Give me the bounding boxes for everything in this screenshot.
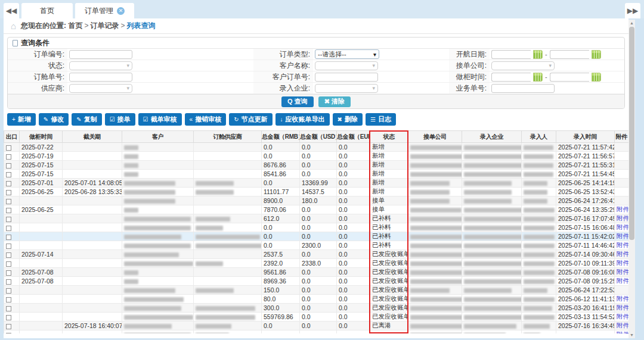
attachment-link[interactable]: 附件 [617, 295, 628, 302]
table-row[interactable]: 2025-06-257870.060.00.0接单2025-06-24 13:3… [4, 205, 629, 214]
row-checkbox[interactable] [6, 279, 11, 285]
row-checkbox[interactable] [6, 190, 11, 195]
attachment-link[interactable]: 附件 [617, 277, 628, 284]
sail-date-to-input[interactable] [550, 50, 589, 59]
breadcrumb-home[interactable]: 首页 [68, 21, 82, 30]
node-update-button[interactable]: ↻节点更新 [229, 113, 272, 126]
scrollbar-thumb[interactable] [629, 27, 634, 240]
log-button[interactable]: ☰日志 [366, 113, 396, 126]
table-row[interactable]: 2025-07-220.00.00.0新增2025-07-21 11:57:42 [4, 143, 629, 152]
collapse-right-button[interactable]: ▶▶ [625, 3, 640, 18]
attachment-link[interactable]: 附件 [617, 214, 628, 222]
table-row[interactable]: 8900.0180.00.0接单2025-06-24 17:26:41 [4, 196, 629, 205]
table-row[interactable]: 300.00.00.0已发应收账单2025-03-20 16:41:19附件 [4, 304, 629, 313]
row-checkbox[interactable] [6, 199, 11, 204]
row-checkbox[interactable] [6, 261, 11, 267]
attachment-link[interactable]: 附件 [617, 313, 628, 320]
table-row[interactable]: 2025-07-190.00.00.0新增2025-07-21 11:56:57 [4, 152, 629, 161]
row-checkbox[interactable] [6, 181, 11, 186]
table-row[interactable]: 2025-07-158541.860.00.0新增2025-07-21 11:5… [4, 170, 629, 179]
table-row[interactable]: 2025-07-089561.860.00.0已发应收账单2025-07-08 … [4, 268, 629, 277]
row-checkbox[interactable] [6, 306, 11, 311]
table-row[interactable]: 0.02300.00.0已补料2025-07-11 14:46:42附件 [4, 241, 629, 250]
row-checkbox[interactable] [6, 324, 11, 329]
attachment-link[interactable]: 附件 [617, 322, 628, 329]
row-checkbox[interactable] [6, 315, 11, 320]
row-checkbox[interactable] [6, 235, 11, 240]
attachment-link[interactable]: 附件 [617, 304, 628, 311]
calendar-icon[interactable] [533, 73, 543, 82]
table-row[interactable]: 2025-07-158676.860.00.0新增2025-07-21 11:5… [4, 161, 629, 170]
row-checkbox[interactable] [6, 163, 11, 169]
table-row[interactable]: 0.00.00.0已补料2025-07-15 16:06:48附件 [4, 223, 629, 232]
supplier-select[interactable]: ▾ [69, 84, 132, 93]
vertical-scrollbar[interactable]: ▲ ▼ [628, 20, 635, 338]
entry-enterprise-select[interactable]: ▾ [315, 84, 378, 93]
row-checkbox[interactable] [6, 145, 11, 151]
business-no-input[interactable] [491, 84, 555, 93]
search-button[interactable]: Q 查询 [281, 96, 314, 107]
breadcrumb-list-query[interactable]: 列表查询 [126, 21, 155, 30]
accept-order-button[interactable]: ☑接单 [105, 113, 135, 126]
table-row[interactable]: 612.00.00.0已补料2025-07-16 17:07:45附件 [4, 214, 629, 223]
clear-button[interactable]: ✖ 清除 [318, 96, 351, 107]
row-checkbox[interactable] [6, 333, 11, 333]
accept-company-select[interactable]: ▾ [491, 61, 555, 70]
attachment-link[interactable]: 附件 [617, 330, 628, 333]
breadcrumb-order-records[interactable]: 订单记录 [90, 21, 119, 30]
status-select[interactable]: ▾ [69, 61, 132, 70]
edit-button[interactable]: ✎修改 [39, 113, 69, 126]
attachment-link[interactable]: 附件 [617, 250, 628, 257]
row-checkbox[interactable] [6, 252, 11, 258]
collapse-left-button[interactable]: ◀◀ [4, 3, 19, 18]
table-row[interactable]: 559769.860.00.0已发应收账单2025-03-13 11:54:52… [4, 313, 629, 322]
row-checkbox[interactable] [6, 172, 11, 177]
table-row[interactable]: 80.00.00.0已发应收账单2025-06-12 11:41:13附件 [4, 295, 629, 304]
revoke-audit-button[interactable]: «撤销审核 [185, 113, 227, 126]
row-checkbox[interactable] [6, 154, 11, 160]
receivable-export-button[interactable]: ↓应收账单导出 [275, 113, 330, 126]
scroll-up-icon[interactable]: ▲ [628, 20, 635, 26]
attachment-link[interactable]: 附件 [617, 259, 628, 266]
table-row[interactable]: 2025-07-088969.360.00.0已发应收账单2025-07-08 … [4, 277, 629, 286]
sail-date-from-input[interactable] [491, 50, 531, 59]
row-checkbox[interactable] [6, 270, 11, 276]
row-checkbox[interactable] [6, 297, 11, 302]
row-checkbox[interactable] [6, 226, 11, 231]
order-no-input[interactable] [69, 50, 132, 59]
cabinet-time-from-input[interactable] [491, 73, 531, 82]
customer-order-no-input[interactable] [315, 73, 378, 82]
attachment-link[interactable]: 附件 [617, 241, 628, 248]
table-row[interactable]: 0.00.00.0已补料2025-07-11 15:42:02附件 [4, 232, 629, 241]
row-checkbox[interactable] [6, 244, 11, 249]
table-row[interactable]: 2392.02338.00.0已发应收账单2025-07-10 09:11:39… [4, 259, 629, 268]
close-tab-icon[interactable]: ✕ [117, 7, 125, 15]
booking-no-input[interactable] [69, 73, 132, 82]
add-button[interactable]: +新增 [7, 113, 36, 126]
attachment-link[interactable]: 附件 [617, 268, 628, 275]
row-checkbox[interactable] [6, 217, 11, 222]
row-checkbox[interactable] [6, 208, 11, 213]
copy-button[interactable]: ✎复制 [72, 113, 101, 126]
table-row[interactable]: 2025-06-252025-06-28 13:35:3311101.77145… [4, 188, 629, 196]
table-row[interactable]: 附件 [4, 330, 629, 334]
tab-order-management[interactable]: 订单管理 ✕ [75, 3, 134, 18]
delete-button[interactable]: ✖删除 [333, 113, 363, 126]
scroll-down-icon[interactable]: ▼ [628, 332, 635, 338]
calendar-icon[interactable] [592, 50, 601, 59]
table-row[interactable]: 2025-07-142537.50.00.0已发应收账单2025-07-14 0… [4, 250, 629, 259]
table-row[interactable]: 2025-07-012025-07-01 14:08:050.013369.99… [4, 179, 629, 188]
calendar-icon[interactable] [533, 50, 543, 59]
customer-name-select[interactable]: ▾ [315, 61, 378, 70]
calendar-icon[interactable] [592, 73, 601, 82]
table-row[interactable]: 150.00.00.0已发应收账单2025-06-24 17:22:53 [4, 286, 629, 295]
cutoff-audit-button[interactable]: ☑截单审核 [138, 113, 182, 126]
attachment-link[interactable]: 附件 [617, 232, 628, 239]
tab-home[interactable]: 首页 [21, 3, 73, 18]
cabinet-time-to-input[interactable] [550, 73, 589, 82]
table-row[interactable]: 2025-07-18 16:40:070.00.00.0已离港2025-07-1… [4, 322, 629, 330]
attachment-link[interactable]: 附件 [617, 205, 628, 213]
row-checkbox[interactable] [6, 288, 11, 294]
attachment-link[interactable]: 附件 [617, 223, 628, 230]
order-type-select[interactable]: --请选择--▾ [315, 49, 379, 59]
